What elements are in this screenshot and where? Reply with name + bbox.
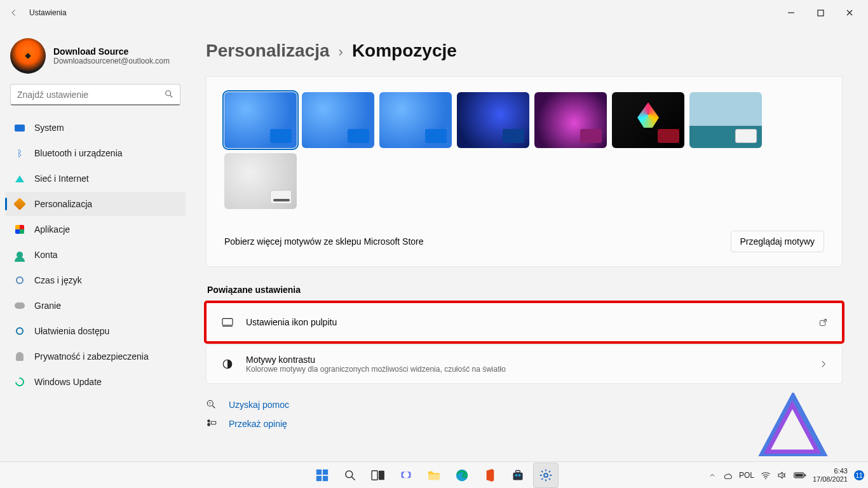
minimize-button[interactable] [776,3,806,23]
sidebar: Download Source Downloadsourcenet@outloo… [0,25,191,461]
gamepad-icon [14,300,25,311]
start-button[interactable] [309,463,335,488]
svg-line-19 [352,477,355,480]
tray-battery-icon[interactable] [794,471,806,479]
store-icon [512,469,524,482]
browse-themes-button[interactable]: Przeglądaj motywy [731,231,825,252]
user-card[interactable]: Download Source Downloadsourcenet@outloo… [5,36,186,84]
grid-icon [14,224,25,235]
sidebar-item-privacy[interactable]: Prywatność i zabezpieczenia [5,344,186,369]
svg-point-30 [544,473,548,477]
theme-thumbnail-1[interactable] [224,92,297,148]
taskbar: POL 6:43 17/08/2021 11 [0,461,868,488]
sidebar-item-accessibility[interactable]: Ułatwienia dostępu [5,319,186,343]
chevron-right-icon [819,360,828,369]
svg-rect-27 [516,470,520,472]
back-button[interactable] [4,3,24,23]
avatar-logo-icon [18,46,38,66]
theme-thumbnail-8[interactable] [224,153,297,209]
sidebar-item-bluetooth[interactable]: ᛒBluetooth i urządzenia [5,141,186,165]
theme-thumbnail-6[interactable] [612,92,684,148]
taskbar-office[interactable] [477,463,503,488]
taskbar-search[interactable] [337,463,363,488]
arrow-left-icon [10,8,18,17]
sidebar-item-gaming[interactable]: Granie [5,294,186,318]
get-help-row[interactable]: ? Uzyskaj pomoc [206,395,843,414]
svg-rect-12 [207,423,210,426]
page-title: Kompozycje [352,41,457,61]
desktop-icon-settings-row[interactable]: Ustawienia ikon pulpitu [206,302,843,342]
svg-rect-1 [818,10,824,16]
taskbar-edge[interactable] [449,463,475,488]
sidebar-item-apps[interactable]: Aplikacje [5,217,186,241]
theme-thumbnail-4[interactable] [457,92,529,148]
contrast-themes-row[interactable]: Motywy kontrastu Kolorowe motywy dla ogr… [206,344,843,384]
give-feedback-link[interactable]: Przekaż opinię [229,419,287,429]
svg-line-9 [213,406,215,409]
sidebar-item-personalization[interactable]: Personalizacja [5,192,186,216]
close-icon [846,9,853,17]
update-icon [14,376,25,388]
tray-wifi-icon[interactable] [761,471,771,480]
theme-accent-swatch [425,129,447,143]
person-icon [14,249,25,261]
search-field-wrap [10,84,180,105]
bluetooth-icon: ᛒ [14,147,25,159]
window-title: Ustawienia [29,8,67,17]
help-links: ? Uzyskaj pomoc Przekaż opinię [206,395,843,433]
theme-thumbnail-7[interactable] [689,92,762,148]
theme-thumbnail-3[interactable] [379,92,452,148]
sidebar-item-update[interactable]: Windows Update [5,370,186,394]
sidebar-item-accounts[interactable]: Konta [5,243,186,267]
close-button[interactable] [835,3,864,23]
user-email: Downloadsourcenet@outlook.com [53,57,170,65]
row-text: Ustawienia ikon pulpitu [246,317,807,327]
get-help-link[interactable]: Uzyskaj pomoc [229,400,289,410]
sidebar-item-label: System [34,123,64,133]
theme-accent-swatch [348,129,369,143]
theme-thumbnail-5[interactable] [534,92,607,148]
tray-language[interactable]: POL [739,471,754,480]
taskbar-chat[interactable] [393,463,419,488]
sidebar-item-label: Windows Update [34,377,102,387]
svg-rect-29 [519,474,520,476]
breadcrumb-parent[interactable]: Personalizacja [206,41,330,61]
sidebar-item-label: Czas i język [34,275,82,285]
sidebar-item-system[interactable]: System [5,116,186,140]
tray-chevron-icon[interactable] [709,471,716,479]
svg-rect-33 [804,474,806,476]
taskbar-explorer[interactable] [421,463,447,488]
sidebar-item-label: Bluetooth i urządzenia [34,148,123,158]
taskbar-center [309,463,559,488]
user-name: Download Source [53,46,170,57]
svg-point-11 [207,419,210,423]
system-tray: POL 6:43 17/08/2021 11 [709,462,864,488]
taskbar-settings[interactable] [533,463,559,488]
svg-rect-15 [323,469,328,474]
sidebar-item-time[interactable]: Czas i język [5,268,186,292]
row-subtitle: Kolorowe motywy dla ograniczonych możliw… [246,365,808,374]
svg-rect-26 [513,472,523,480]
svg-rect-17 [323,475,328,480]
theme-thumbnails [224,92,824,209]
svg-rect-13 [211,421,216,424]
give-feedback-row[interactable]: Przekaż opinię [206,414,843,433]
search-input[interactable] [10,84,180,105]
feedback-icon [206,418,219,430]
paintbrush-icon [14,198,25,210]
tray-onedrive-icon[interactable] [722,471,733,479]
windows-icon [315,468,329,482]
row-text: Motywy kontrastu Kolorowe motywy dla ogr… [246,355,808,374]
sidebar-item-label: Ułatwienia dostępu [34,326,109,336]
tray-volume-icon[interactable] [777,471,787,480]
titlebar: Ustawienia [0,0,868,25]
taskbar-taskview[interactable] [365,463,391,488]
maximize-button[interactable] [806,3,835,23]
tray-notification-badge[interactable]: 11 [854,470,864,480]
tray-clock[interactable]: 6:43 17/08/2021 [813,467,848,483]
svg-rect-34 [795,474,803,477]
svg-rect-20 [372,470,377,479]
theme-thumbnail-2[interactable] [302,92,374,148]
sidebar-item-network[interactable]: Sieć i Internet [5,166,186,191]
taskbar-store[interactable] [505,463,531,488]
